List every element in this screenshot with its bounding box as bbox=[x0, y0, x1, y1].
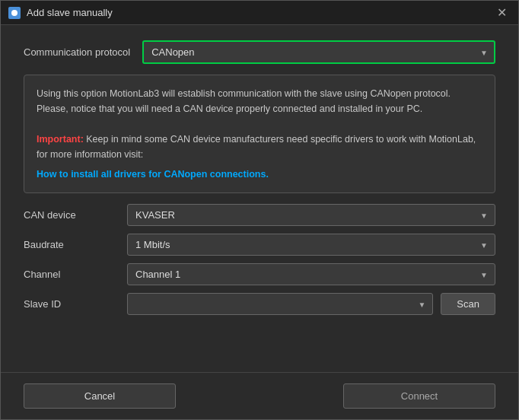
baudrate-label: Baudrate bbox=[24, 239, 115, 250]
important-text: Keep in mind some CAN device manufacture… bbox=[37, 134, 476, 160]
dialog-window: Add slave manually ✕ Communication proto… bbox=[0, 0, 519, 420]
connect-button[interactable]: Connect bbox=[343, 383, 495, 409]
channel-label: Channel bbox=[24, 269, 115, 280]
protocol-select-wrapper: CANopen EtherCAT Modbus bbox=[142, 40, 495, 64]
info-important: Important: Keep in mind some CAN device … bbox=[37, 132, 482, 162]
info-line1: Using this option MotionLab3 will establ… bbox=[37, 86, 482, 101]
can-device-select-wrapper: KVASER PEAK EMS bbox=[127, 204, 495, 226]
scan-button[interactable]: Scan bbox=[441, 293, 495, 315]
info-link-line: How to install all drivers for CANopen c… bbox=[37, 167, 482, 182]
info-line2: Please, notice that you will need a CAN … bbox=[37, 101, 482, 116]
baudrate-select-wrapper: 1 Mbit/s 500 Kbit/s 250 Kbit/s 125 Kbit/… bbox=[127, 234, 495, 256]
channel-select[interactable]: Channel 1 Channel 2 Channel 3 bbox=[127, 263, 495, 285]
protocol-row: Communication protocol CANopen EtherCAT … bbox=[24, 40, 495, 64]
slave-id-controls: Scan bbox=[127, 293, 495, 315]
dialog-footer: Cancel Connect bbox=[1, 372, 518, 419]
channel-select-wrapper: Channel 1 Channel 2 Channel 3 bbox=[127, 263, 495, 285]
close-button[interactable]: ✕ bbox=[492, 4, 511, 22]
title-bar: Add slave manually ✕ bbox=[1, 1, 518, 25]
cancel-button[interactable]: Cancel bbox=[24, 383, 176, 409]
protocol-select[interactable]: CANopen EtherCAT Modbus bbox=[142, 40, 495, 64]
can-device-label: CAN device bbox=[24, 209, 115, 221]
info-box: Using this option MotionLab3 will establ… bbox=[24, 75, 495, 193]
spacer bbox=[24, 326, 495, 357]
slave-id-select-wrapper bbox=[127, 293, 433, 315]
slave-id-label: Slave ID bbox=[24, 298, 115, 310]
drivers-link[interactable]: How to install all drivers for CANopen c… bbox=[37, 169, 269, 180]
protocol-label: Communication protocol bbox=[24, 46, 130, 58]
dialog-content: Communication protocol CANopen EtherCAT … bbox=[1, 25, 518, 372]
can-device-select[interactable]: KVASER PEAK EMS bbox=[127, 204, 495, 226]
slave-id-select[interactable] bbox=[127, 293, 433, 315]
important-label: Important: bbox=[37, 134, 84, 145]
title-bar-left: Add slave manually bbox=[8, 7, 113, 19]
can-device-row: CAN device KVASER PEAK EMS bbox=[24, 204, 495, 226]
baudrate-row: Baudrate 1 Mbit/s 500 Kbit/s 250 Kbit/s … bbox=[24, 234, 495, 256]
channel-row: Channel Channel 1 Channel 2 Channel 3 bbox=[24, 263, 495, 285]
dialog-title: Add slave manually bbox=[27, 7, 113, 18]
form-rows: CAN device KVASER PEAK EMS Baudrate 1 Mb… bbox=[24, 204, 495, 315]
svg-point-0 bbox=[11, 10, 18, 16]
baudrate-select[interactable]: 1 Mbit/s 500 Kbit/s 250 Kbit/s 125 Kbit/… bbox=[127, 234, 495, 256]
slave-id-row: Slave ID Scan bbox=[24, 293, 495, 315]
app-icon bbox=[8, 7, 21, 19]
